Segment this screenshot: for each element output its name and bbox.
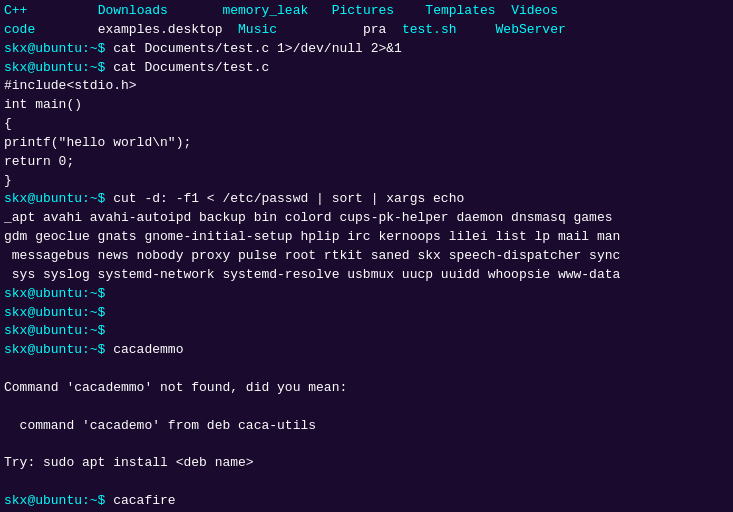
terminal-line: sys syslog systemd-network systemd-resol… xyxy=(4,266,729,285)
terminal-line: Try: sudo apt install <deb name> xyxy=(4,454,729,473)
terminal-line: _apt avahi avahi-autoipd backup bin colo… xyxy=(4,209,729,228)
terminal-line: { xyxy=(4,115,729,134)
terminal-line: int main() xyxy=(4,96,729,115)
terminal-line: skx@ubuntu:~$ cacafire xyxy=(4,492,729,511)
terminal-line: Command 'cacademmo' not found, did you m… xyxy=(4,379,729,398)
terminal-line: printf("hello world\n"); xyxy=(4,134,729,153)
terminal-line: skx@ubuntu:~$ cat Documents/test.c xyxy=(4,59,729,78)
terminal-line xyxy=(4,398,729,417)
terminal-line: code examples.desktop Music pra test.sh … xyxy=(4,21,729,40)
terminal-line: C++ Downloads memory_leak Pictures Templ… xyxy=(4,2,729,21)
terminal-line: } xyxy=(4,172,729,191)
terminal-line: command 'cacademo' from deb caca-utils xyxy=(4,417,729,436)
terminal-line xyxy=(4,473,729,492)
terminal[interactable]: C++ Downloads memory_leak Pictures Templ… xyxy=(0,0,733,512)
terminal-line: skx@ubuntu:~$ cut -d: -f1 < /etc/passwd … xyxy=(4,190,729,209)
terminal-line: skx@ubuntu:~$ xyxy=(4,285,729,304)
terminal-line: skx@ubuntu:~$ cacademmo xyxy=(4,341,729,360)
terminal-line: skx@ubuntu:~$ xyxy=(4,322,729,341)
terminal-line: skx@ubuntu:~$ xyxy=(4,304,729,323)
terminal-line xyxy=(4,435,729,454)
terminal-line: messagebus news nobody proxy pulse root … xyxy=(4,247,729,266)
terminal-line xyxy=(4,360,729,379)
terminal-line: #include<stdio.h> xyxy=(4,77,729,96)
terminal-line: skx@ubuntu:~$ cat Documents/test.c 1>/de… xyxy=(4,40,729,59)
terminal-line: gdm geoclue gnats gnome-initial-setup hp… xyxy=(4,228,729,247)
terminal-line: return 0; xyxy=(4,153,729,172)
